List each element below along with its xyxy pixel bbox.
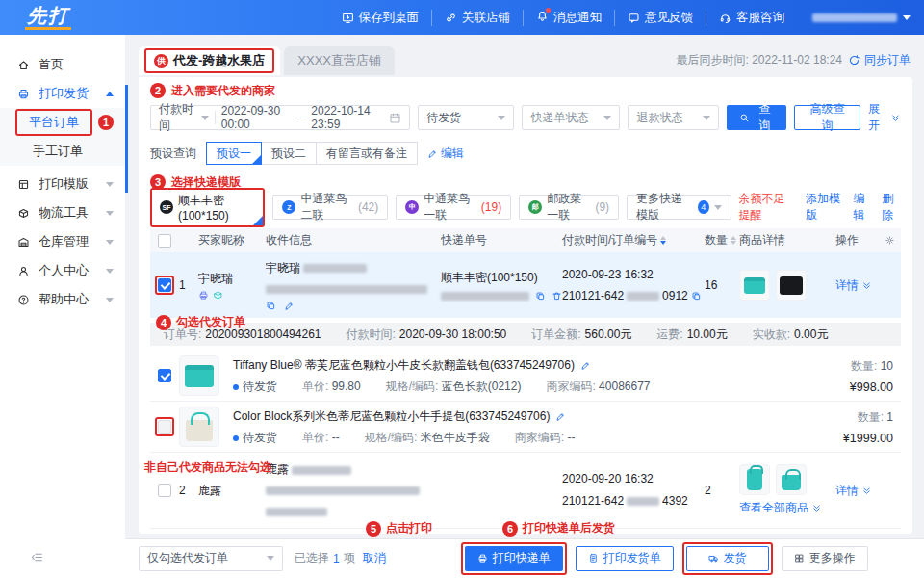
annotation-box-row1-checkbox xyxy=(155,276,174,295)
add-template-link[interactable]: 添加模版 xyxy=(806,191,844,223)
product-thumb-backpack[interactable] xyxy=(739,464,770,495)
sync-orders-button[interactable]: 同步订单 xyxy=(848,52,911,68)
status-dot xyxy=(233,384,239,390)
preset-one-button[interactable]: 预设一 xyxy=(206,142,262,165)
bottom-action-bar: 5 点击打印 6 打印快递单后发货 仅勾选代发订单 已选择 1 项 取消 xyxy=(125,538,924,578)
address-redacted xyxy=(266,285,427,294)
print-express-button[interactable]: 打印快递单 xyxy=(465,546,563,571)
delete-template-link[interactable]: 删除 xyxy=(882,191,901,223)
product2-image xyxy=(179,407,219,447)
sync-status: 最后同步时间: 2022-11-02 18:24 同步订单 xyxy=(676,52,911,68)
pencil-icon xyxy=(427,148,438,159)
product-thumb-tote[interactable] xyxy=(776,464,807,495)
sidebar-item-platform-orders[interactable]: 平台订单 1 xyxy=(0,108,125,137)
annotation-step-4: 4 勾选代发订单 xyxy=(156,314,245,330)
qty-cell: 2 xyxy=(705,482,739,500)
sidebar-item-help-center[interactable]: 帮助中心 xyxy=(0,285,125,314)
collapse-sidebar-button[interactable] xyxy=(31,551,43,566)
customer-service-button[interactable]: 客服咨询 xyxy=(706,10,797,26)
cancel-selection-link[interactable]: 取消 xyxy=(363,550,386,566)
pencil-icon[interactable] xyxy=(555,411,566,422)
notifications-button[interactable]: 消息通知 xyxy=(523,10,614,26)
sidebar-item-account-center[interactable]: 个人中心 xyxy=(0,256,125,285)
feedback-button[interactable]: 意见反馈 xyxy=(614,10,706,26)
more-templates-badge: 4 xyxy=(698,200,708,214)
tab-direct-shop[interactable]: XXXX直营店铺 xyxy=(284,46,395,75)
trash-icon[interactable] xyxy=(552,291,562,302)
app-logo: 先打 xyxy=(25,5,71,30)
postal-logo-icon: 邮 xyxy=(528,200,542,214)
more-templates-select[interactable]: 更多快递模版 4 xyxy=(627,195,731,220)
more-actions-button[interactable]: 更多操作 xyxy=(782,546,868,571)
annotation-box-product2-checkbox xyxy=(155,417,174,436)
product2-checkbox-disabled[interactable] xyxy=(158,420,171,434)
order-status-select[interactable]: 待发货 xyxy=(418,105,514,130)
express-status-select[interactable]: 快递单状态 xyxy=(522,105,620,130)
express-template-bar: SF 顺丰丰密(100*150) Z 中通菜鸟二联 (42) 中 中通菜鸟一联 … xyxy=(150,194,901,221)
edit-template-link[interactable]: 编辑 xyxy=(853,191,872,223)
gear-icon[interactable] xyxy=(885,235,895,246)
row1-detail-link[interactable]: 详情 xyxy=(835,276,901,295)
template-postal-button[interactable]: 邮 邮政菜一联 (9) xyxy=(519,195,619,220)
main-content: 供 代发-跨越水果店 XXXX直营店铺 最后同步时间: 2022-11-02 1… xyxy=(125,35,924,578)
sidebar-item-warehouse[interactable]: 仓库管理 xyxy=(0,227,125,256)
row1-checkbox[interactable] xyxy=(158,278,171,292)
pay-time-range-filter[interactable]: 付款时间 2022-09-30 00:00 – 2022-10-14 23:59 xyxy=(150,105,410,130)
ship-button[interactable]: 发货 xyxy=(686,546,769,571)
printer-icon xyxy=(17,88,30,100)
status-dot xyxy=(233,435,239,441)
pencil-icon[interactable] xyxy=(284,301,295,311)
package-icon[interactable] xyxy=(213,290,223,301)
sort-icon[interactable] xyxy=(731,236,736,245)
table-header-row: 买家昵称 收件信息 快递单号 付款时间/订单编号 数量 商品详情 操作 xyxy=(150,228,901,252)
product1-image xyxy=(179,355,219,396)
template-zto-1-button[interactable]: 中 中通菜鸟一联 (19) xyxy=(396,195,511,220)
search-icon xyxy=(739,113,750,123)
preset-two-button[interactable]: 预设二 xyxy=(261,142,317,165)
col-products: 商品详情 xyxy=(739,232,835,249)
copy-icon[interactable] xyxy=(691,291,702,302)
orders-panel: 2 进入需要代发的商家 付款时间 2022-09-30 00:00 – 2022… xyxy=(139,77,912,534)
copy-icon[interactable] xyxy=(535,291,546,302)
order-no-redacted xyxy=(627,497,659,506)
sidebar-item-home[interactable]: 首页 xyxy=(0,50,125,79)
buyer-cell: 鹿露 xyxy=(198,482,266,500)
sidebar-item-manual-orders[interactable]: 手工订单 xyxy=(0,137,125,166)
product-thumb-wallet[interactable] xyxy=(739,270,770,301)
link-shops-button[interactable]: 关联店铺 xyxy=(431,10,523,26)
recipient-cell: 鹿露 xyxy=(266,460,441,520)
product1-checkbox[interactable] xyxy=(158,369,171,382)
product-thumb-black-bag[interactable] xyxy=(776,270,807,301)
print-invoice-button[interactable]: 打印发货单 xyxy=(576,546,674,571)
selection-summary: 已选择 1 项 取消 xyxy=(295,550,386,566)
expand-filters-link[interactable]: 展开 xyxy=(868,101,901,134)
row-index: 2 xyxy=(179,482,198,500)
select-all-checkbox[interactable] xyxy=(158,234,171,248)
template-sf-button[interactable]: SF 顺丰丰密(100*150) xyxy=(152,190,263,225)
row2-checkbox[interactable] xyxy=(158,484,171,497)
advanced-search-button[interactable]: 高级查询 xyxy=(794,105,860,130)
preset-remarks-button[interactable]: 有留言或有备注 xyxy=(316,142,418,165)
copy-icon[interactable] xyxy=(266,301,276,311)
refund-status-select[interactable]: 退款状态 xyxy=(628,105,719,130)
template-zto-2-button[interactable]: Z 中通菜鸟二联 (42) xyxy=(272,195,388,220)
pencil-icon[interactable] xyxy=(580,360,591,371)
printer-icon[interactable] xyxy=(198,290,209,301)
row2-detail-link[interactable]: 详情 xyxy=(835,482,901,500)
edit-presets-link[interactable]: 编辑 xyxy=(427,145,464,162)
account-menu[interactable] xyxy=(797,13,911,22)
save-to-desktop-button[interactable]: 保存到桌面 xyxy=(329,10,432,26)
search-button[interactable]: 查询 xyxy=(727,105,786,130)
sort-icon[interactable] xyxy=(660,236,666,245)
address-redacted xyxy=(266,486,420,495)
tab-consign-shop[interactable]: 供 代发-跨越水果店 xyxy=(139,46,280,75)
sidebar-item-print-ship[interactable]: 打印发货 xyxy=(0,79,125,108)
sidebar-item-logistics-tools[interactable]: 物流工具 xyxy=(0,198,125,227)
balance-alert-link[interactable]: 余额不足提醒 xyxy=(739,191,796,223)
monitor-save-icon xyxy=(342,12,354,24)
chevron-down-icon xyxy=(703,116,710,120)
selection-filter-select[interactable]: 仅勾选代发订单 xyxy=(139,546,283,571)
sidebar-item-print-templates[interactable]: 打印模版 xyxy=(0,170,125,198)
view-all-products-link[interactable]: 查看全部商品 xyxy=(739,499,835,517)
order-no-redacted xyxy=(627,292,659,301)
